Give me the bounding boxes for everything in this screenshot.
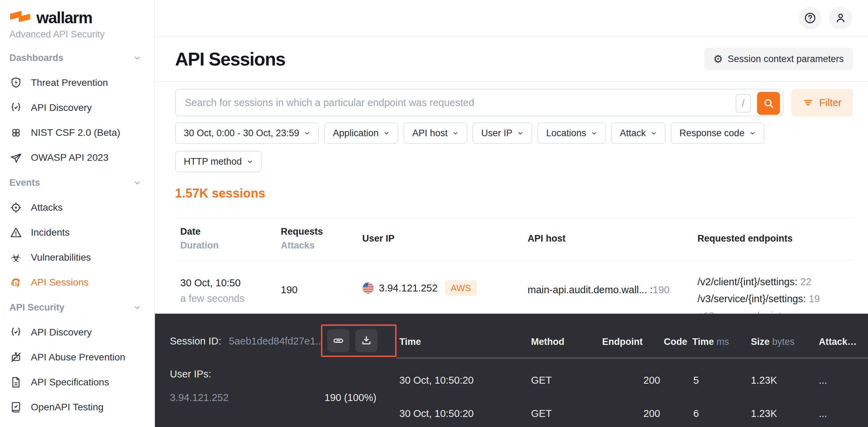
- req-attack: ...: [819, 375, 827, 386]
- filter-button[interactable]: Filter: [791, 89, 853, 116]
- wallarm-logo-icon: [9, 10, 31, 25]
- api-host-colon: :: [650, 284, 653, 295]
- response-code-filter[interactable]: Response code: [671, 122, 764, 144]
- sidebar-section-dashboards[interactable]: Dashboards: [0, 45, 154, 70]
- col-date: Date: [180, 226, 276, 237]
- warning-triangle-icon: [9, 226, 23, 239]
- req-method: GET: [531, 375, 552, 386]
- chevron-down-icon: [133, 54, 141, 62]
- http-method-filter[interactable]: HTTP method: [175, 151, 262, 172]
- user-ip-request-share: 190 (100%): [324, 392, 376, 403]
- sidebar-item-api-specifications[interactable]: API Specifications: [0, 370, 154, 395]
- sidebar-item-label: API Abuse Prevention: [31, 352, 125, 363]
- document-icon: [9, 376, 23, 389]
- req-code: 200: [643, 408, 660, 419]
- sidebar-item-threat-prevention[interactable]: Threat Prevention: [0, 70, 154, 95]
- sidebar-item-api-discovery-dash[interactable]: API Discovery: [0, 95, 154, 120]
- sidebar-section-events[interactable]: Events: [0, 170, 154, 195]
- col-duration: Duration: [180, 240, 276, 251]
- search-icon: [762, 97, 775, 110]
- endpoint-count: 22: [800, 276, 811, 287]
- sidebar-section-api-security[interactable]: API Security: [0, 295, 154, 320]
- session-date: 30 Oct, 10:50: [180, 277, 276, 289]
- chevron-down-icon: [133, 179, 141, 186]
- search-row: / Filter: [175, 89, 853, 116]
- dp-col-time-ms-unit: ms: [717, 337, 729, 347]
- search-button[interactable]: [757, 92, 780, 115]
- slash-shortcut-badge: /: [736, 94, 751, 113]
- sidebar-item-owasp-api[interactable]: OWASP API 2023: [0, 145, 154, 170]
- dp-col-size: Size bytes: [751, 337, 795, 347]
- chip-label: API host: [412, 128, 448, 139]
- help-button[interactable]: [799, 7, 822, 29]
- req-size: 1.23K: [751, 408, 777, 419]
- col-api-host: API host: [528, 233, 566, 244]
- page-title: API Sessions: [175, 49, 285, 70]
- clover-icon: [9, 126, 23, 139]
- dp-col-method: Method: [531, 337, 564, 347]
- app-window: wallarm Advanced API Security Dashboards…: [0, 0, 868, 427]
- sidebar-item-api-sessions[interactable]: API Sessions: [0, 270, 154, 295]
- session-id-label: Session ID:: [170, 336, 221, 347]
- sidebar-item-attacks[interactable]: Attacks: [0, 195, 154, 220]
- session-context-parameters-label: Session context parameters: [728, 54, 844, 64]
- sidebar-item-incidents[interactable]: Incidents: [0, 220, 154, 245]
- biohazard-icon: ☣: [9, 251, 23, 264]
- chevron-down-icon: [247, 158, 253, 165]
- titlebar: API Sessions ⚙ Session context parameter…: [155, 37, 868, 82]
- user-ip-filter[interactable]: User IP: [472, 122, 532, 144]
- sidebar-item-label: API Discovery: [31, 327, 92, 338]
- locations-filter[interactable]: Locations: [537, 122, 606, 144]
- session-context-parameters-button[interactable]: ⚙ Session context parameters: [704, 48, 853, 70]
- dp-col-endpoint: Endpoint: [602, 337, 643, 347]
- endpoint-line: /v3/service/{int}/settings: 19: [697, 290, 853, 307]
- brand-subtitle: Advanced API Security: [9, 29, 154, 40]
- user-ip-link[interactable]: 3.94.121.252: [170, 392, 228, 403]
- sidebar-nav: Dashboards Threat Prevention API Discove…: [0, 45, 154, 420]
- robot-slash-icon: [9, 351, 23, 364]
- us-flag-icon: [362, 282, 374, 294]
- sidebar-item-api-discovery-sec[interactable]: API Discovery: [0, 320, 154, 345]
- search-input[interactable]: [176, 89, 720, 116]
- session-id-row: Session ID: 5aeb1ded84fd27e1..: [170, 336, 321, 347]
- sidebar-item-nist-csf[interactable]: NIST CSF 2.0 (Beta): [0, 120, 154, 145]
- sessions-table-header: Date Duration Requests Attacks User IP A…: [175, 218, 853, 260]
- sidebar-item-label: API Sessions: [31, 277, 89, 288]
- application-filter[interactable]: Application: [324, 122, 398, 144]
- req-time: 30 Oct, 10:50:20: [399, 408, 474, 419]
- chip-label: Locations: [546, 128, 586, 139]
- sidebar-item-label: Attacks: [31, 202, 63, 213]
- api-host-filter[interactable]: API host: [403, 122, 467, 144]
- brand-logo[interactable]: wallarm: [9, 8, 154, 27]
- annotation-highlight-box: [321, 324, 397, 357]
- sidebar-item-label: API Specifications: [31, 377, 109, 388]
- attack-filter[interactable]: Attack: [611, 122, 666, 144]
- chip-label: Application: [333, 128, 379, 139]
- date-range-filter[interactable]: 30 Oct, 0:00 - 30 Oct, 23:59: [175, 122, 319, 144]
- user-ips-label: User IPs:: [170, 368, 211, 380]
- shield-bolt-icon: [9, 76, 23, 89]
- sidebar-item-label: Threat Prevention: [31, 77, 108, 88]
- filter-chips-row-2: HTTP method: [175, 151, 853, 172]
- session-duration: a few seconds: [180, 293, 276, 304]
- sidebar-item-vulnerabilities[interactable]: ☣ Vulnerabilities: [0, 245, 154, 270]
- req-attack: ...: [819, 408, 827, 419]
- paper-plane-icon: [9, 151, 23, 164]
- account-button[interactable]: [829, 7, 852, 29]
- braces-check-icon: [9, 326, 23, 339]
- sidebar-item-label: NIST CSF 2.0 (Beta): [31, 127, 120, 138]
- req-size: 1.23K: [751, 375, 777, 386]
- api-host-count: 190: [653, 284, 669, 295]
- chevron-down-icon: [304, 130, 310, 136]
- sidebar-item-api-abuse-prevention[interactable]: API Abuse Prevention: [0, 345, 154, 370]
- target-icon: [9, 201, 23, 214]
- content: / Filter 30 Oct, 0:00 - 30 Oct, 23:59: [155, 82, 868, 324]
- chevron-down-icon: [591, 130, 597, 136]
- req-code: 200: [643, 375, 660, 386]
- chevron-down-icon: [452, 130, 459, 136]
- sidebar-item-openapi-testing[interactable]: OpenAPI Testing: [0, 395, 154, 420]
- chip-label: HTTP method: [184, 156, 242, 167]
- section-label: Dashboards: [9, 53, 63, 63]
- col-requests: Requests: [281, 226, 357, 237]
- dp-col-size-unit: bytes: [772, 337, 795, 347]
